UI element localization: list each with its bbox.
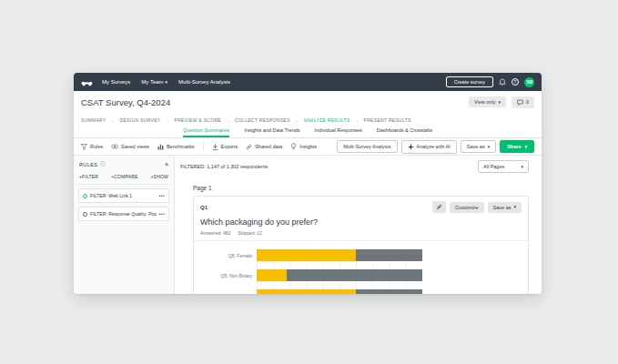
top-navbar: My Surveys My Team ▾ Multi-Survey Analys… [74,73,542,91]
rule-item-response-quality[interactable]: FILTER: Response Quality: Poor ••• [78,207,169,221]
nav-multi-survey-analysis[interactable]: Multi-Survey Analysis [178,79,230,85]
content-area: RULES ⓘ × +FILTER +COMPARE +SHOW FILTER:… [74,156,542,294]
notifications-bell-icon[interactable] [499,78,506,86]
bar-segment[interactable] [287,269,422,281]
sparkle-icon [408,144,414,150]
bar-segment[interactable] [356,249,422,261]
question-number: Q1 [200,205,208,210]
question-card-header: Q1 Customize [194,197,528,217]
category-label: Q5: Non-Binary [194,269,257,281]
chevron-down-icon: ▾ [166,80,168,85]
add-filter-button[interactable]: +FILTER [79,174,98,179]
link-icon [246,144,252,150]
analyze-toolbar: Rules Saved views Benchmarks Exports [74,138,542,156]
nav-my-team[interactable]: My Team ▾ [141,79,167,85]
step-design-survey[interactable]: DESIGN SURVEY [120,117,161,123]
step-analyze-results[interactable]: ANALYZE RESULTS [304,117,350,123]
step-preview-score[interactable]: PREVIEW & SCORE [175,117,221,123]
close-icon[interactable]: × [165,161,168,167]
title-actions: View only ▾ 0 [469,96,534,108]
nav-multi-survey-analysis-label: Multi-Survey Analysis [178,79,230,85]
tab-dashboards-crosstabs[interactable]: Dashboards & Crosstabs [377,127,432,137]
nav-my-surveys[interactable]: My Surveys [102,79,130,85]
shared-data-button[interactable]: Shared data [246,144,282,150]
add-compare-button[interactable]: +COMPARE [111,174,137,179]
create-survey-button[interactable]: Create survey [446,76,493,87]
stacked-bar-chart: Q5: Female Q5: Non-Binary Q5: Male [194,241,528,294]
main-panel: FILTERED: 1,147 of 1,302 respondents All… [175,156,542,294]
analyze-with-ai-label: Analyze with AI [417,144,451,149]
title-bar: CSAT Survey, Q4-2024 View only ▾ 0 [74,91,542,113]
toolbar-divider [203,142,204,151]
rules-add-row: +FILTER +COMPARE +SHOW [74,171,174,185]
save-as-button[interactable]: Save as ▾ [461,140,496,153]
saved-views-button[interactable]: Saved views [111,144,149,149]
step-summary[interactable]: SUMMARY [81,117,106,123]
multi-survey-analysis-button[interactable]: Multi-Survey Analysis [337,140,397,153]
chevron-down-icon: ▾ [524,145,527,149]
insights-button[interactable]: Insights [290,143,317,150]
rules-button[interactable]: Rules [81,144,103,150]
save-as-label: Save as [467,144,485,149]
pages-select[interactable]: All Pages ▾ [478,160,529,173]
page-label: Page 1 [193,185,529,191]
rules-label: Rules [90,144,103,149]
card-save-as-button[interactable]: Save as ▾ [488,202,522,213]
rules-header-label: RULES [79,162,97,167]
surveymonkey-logo-icon[interactable] [81,78,93,86]
bar-chart-icon [157,144,164,150]
tab-question-summaries[interactable]: Question Summaries [183,127,229,137]
chart-plot-area [257,249,422,294]
comments-button[interactable]: 0 [512,96,534,108]
skipped-count: Skipped: 12 [238,230,261,236]
ellipsis-menu-icon[interactable]: ••• [159,212,165,217]
share-chart-button[interactable] [432,201,446,213]
arrow-right-icon: → [355,117,360,123]
benchmarks-button[interactable]: Benchmarks [157,144,195,150]
add-show-button[interactable]: +SHOW [151,174,168,179]
help-icon[interactable]: ? [512,78,519,86]
question-title: Which packaging do you prefer? [194,217,528,227]
bar-segment[interactable] [257,249,356,261]
avatar[interactable]: SM [524,77,534,87]
bar-segment[interactable] [257,289,356,294]
step-present-results[interactable]: PRESENT RESULTS [364,117,411,123]
share-button[interactable]: Share ▾ [500,140,534,153]
exports-button[interactable]: Exports [212,144,238,150]
bar-segment[interactable] [356,289,422,294]
ellipsis-menu-icon[interactable]: ••• [159,194,165,198]
filter-funnel-icon [81,144,87,150]
category-label: Q5: Female [194,249,257,261]
comment-bubble-icon [517,99,523,106]
rule-label: FILTER: Response Quality: Poor [90,211,157,217]
nav-my-surveys-label: My Surveys [102,79,130,85]
rule-item-web-link[interactable]: FILTER: Web Link 1 ••• [78,188,169,203]
card-save-as-label: Save as [493,205,512,210]
question-stats: Answered: 482 Skipped: 12 [194,227,528,240]
customize-button[interactable]: Customize [450,202,484,213]
tab-insights-data-trends[interactable]: Insights and Data Trends [244,127,299,137]
info-icon[interactable]: ⓘ [100,161,106,167]
app-window: My Surveys My Team ▾ Multi-Survey Analys… [74,73,542,294]
filter-status-icon [83,194,87,198]
analyze-tabs: Question Summaries Insights and Data Tre… [74,126,542,138]
bar-segment[interactable] [257,269,287,281]
nav-my-team-label: My Team [141,79,163,85]
download-icon [212,144,218,150]
chevron-down-icon: ▾ [521,165,523,169]
rules-sidebar: RULES ⓘ × +FILTER +COMPARE +SHOW FILTER:… [74,156,175,294]
chevron-down-icon: ▾ [513,205,516,209]
analyze-with-ai-button[interactable]: Analyze with AI [401,140,457,154]
shared-data-label: Shared data [255,144,282,149]
step-collect-responses[interactable]: COLLECT RESPONSES [235,117,290,123]
saved-views-label: Saved views [121,144,149,149]
tab-individual-responses[interactable]: Individual Responses [315,127,362,137]
multi-survey-analysis-label: Multi-Survey Analysis [343,144,390,149]
view-only-button[interactable]: View only ▾ [469,96,506,107]
filter-status-icon [83,212,87,217]
page-title: CSAT Survey, Q4-2024 [81,97,170,107]
share-label: Share [507,144,521,149]
filtered-respondents-text: FILTERED: 1,147 of 1,302 respondents [180,164,268,169]
toolbar-right: Multi-Survey Analysis Analyze with AI Sa… [337,140,534,154]
rules-sidebar-header: RULES ⓘ × [74,156,174,171]
